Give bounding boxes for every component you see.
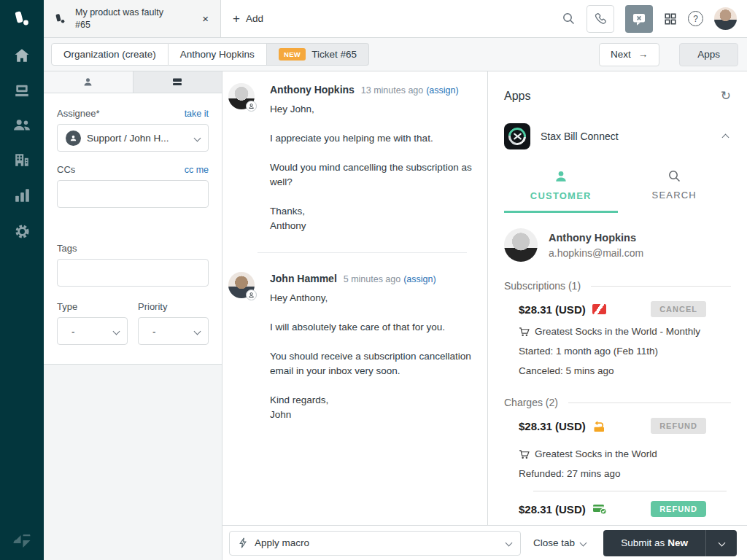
fields-list-icon: [172, 77, 182, 87]
tags-group: Tags: [57, 243, 209, 287]
tab-requester[interactable]: [44, 71, 133, 93]
customers-icon[interactable]: [13, 119, 31, 131]
zendesk-app: My product was faulty #65 × + Add ?: [0, 0, 747, 560]
charge-refunded: Refunded: 27 mins ago: [519, 466, 727, 481]
search-icon[interactable]: [562, 12, 576, 26]
macro-lightning-icon: [239, 537, 247, 548]
ccs-input[interactable]: [57, 180, 209, 208]
subscription-item: $28.31 (USD) CANCEL Greatest Socks in th…: [504, 292, 731, 378]
add-tab-button[interactable]: + Add: [233, 0, 263, 37]
conversation-pane: Anthony Hopkins 13 minutes ago (assign) …: [222, 71, 488, 525]
message-paragraph: Kind regards, John: [270, 393, 474, 422]
priority-label: Priority: [138, 301, 167, 312]
submit-options-caret[interactable]: [706, 530, 737, 556]
apps-grid-icon[interactable]: [664, 12, 677, 26]
arrow-right-icon: →: [638, 49, 649, 60]
ticket-tab-title: My product was faulty #65: [75, 7, 198, 31]
breadcrumb-ticket[interactable]: NEW Ticket #65: [267, 43, 369, 66]
chevron-down-icon: [194, 134, 201, 141]
collapse-app-icon[interactable]: [720, 127, 731, 146]
app-header[interactable]: Stax Bill Connect: [504, 123, 731, 149]
tab-customer[interactable]: CUSTOMER: [504, 169, 618, 213]
tab-search[interactable]: SEARCH: [618, 169, 732, 213]
cancel-button[interactable]: CANCEL: [651, 301, 706, 317]
help-icon[interactable]: ?: [688, 11, 703, 26]
subscription-amount: $28.31 (USD): [519, 303, 586, 316]
tab-ticket-fields[interactable]: [133, 71, 222, 93]
chevron-down-icon: [113, 327, 120, 335]
apps-panel-title: Apps: [504, 90, 530, 103]
charge-amount: $28.31 (USD): [519, 503, 586, 516]
priority-select[interactable]: -: [138, 317, 209, 345]
sidebar: [0, 0, 44, 560]
footer: Apply macro Close tab Submit asNew: [44, 525, 747, 560]
assign-link[interactable]: (assign): [426, 85, 458, 96]
topbar-actions: ?: [562, 0, 747, 37]
avatar: [228, 272, 255, 298]
assignee-avatar: [66, 131, 81, 146]
assignee-label: Assignee*: [57, 108, 100, 119]
assign-link[interactable]: (assign): [403, 274, 436, 284]
ticket-tab[interactable]: My product was faulty #65 ×: [44, 0, 221, 37]
charge-item: $28.31 (USD) REFUND Greatest Socks in th…: [504, 491, 731, 525]
assignee-select[interactable]: Support / John H...: [57, 124, 209, 152]
charge-item: $28.31 (USD) REFUND Greatest Socks in th…: [504, 408, 731, 491]
tags-input[interactable]: [57, 259, 209, 287]
stax-bill-logo: [504, 123, 530, 149]
charges-heading: Charges (2): [504, 397, 731, 408]
apps-toggle-button[interactable]: Apps: [679, 43, 738, 66]
phone-button[interactable]: [587, 5, 614, 33]
type-group: Type -: [57, 301, 128, 345]
ticket-fields-panel: Assignee* take it Support / John H... CC…: [44, 71, 222, 560]
cc-me-link[interactable]: cc me: [185, 165, 209, 175]
customer-avatar: [504, 228, 538, 262]
priority-group: Priority -: [138, 301, 209, 345]
type-select[interactable]: -: [57, 317, 128, 345]
message-header: John Hammel 5 minutes ago (assign): [270, 273, 474, 284]
zendesk-relationship-logo: [12, 534, 32, 551]
customer-email: a.hopkins@mail.com: [549, 247, 643, 259]
message-author[interactable]: Anthony Hopkins: [270, 84, 355, 96]
close-tab-select[interactable]: Close tab: [533, 537, 586, 548]
message-paragraph: Hey Anthony,: [270, 291, 474, 306]
breadcrumb-requester[interactable]: Anthony Hopkins: [169, 43, 267, 66]
next-button[interactable]: Next →: [599, 43, 659, 66]
assignee-group: Assignee* take it Support / John H...: [57, 108, 209, 152]
footer-bar: Apply macro Close tab Submit asNew: [222, 525, 747, 560]
reporting-icon[interactable]: [15, 188, 30, 202]
views-icon[interactable]: [14, 84, 30, 98]
apply-macro-select[interactable]: Apply macro: [229, 531, 521, 556]
topbar: My product was faulty #65 × + Add ?: [44, 0, 747, 38]
avatar: [228, 83, 255, 109]
submit-button[interactable]: Submit asNew: [603, 530, 706, 556]
message-header: Anthony Hopkins 13 minutes ago (assign): [270, 84, 474, 96]
chevron-down-icon: [506, 540, 513, 547]
user-avatar[interactable]: [714, 7, 737, 30]
message-paragraph: Thanks, Anthony: [270, 204, 474, 233]
breadcrumb-organization[interactable]: Organization (create): [51, 43, 169, 66]
plus-icon: +: [233, 12, 240, 26]
footer-left-spacer: [44, 525, 222, 560]
tags-label: Tags: [57, 243, 77, 254]
refund-button-disabled[interactable]: REFUND: [651, 418, 706, 434]
customer-person-icon: [554, 169, 568, 184]
message-divider: [258, 252, 467, 253]
organizations-icon[interactable]: [14, 152, 30, 167]
tab-close-icon[interactable]: ×: [198, 11, 213, 26]
subscription-product: Greatest Socks in the World - Monthly: [535, 324, 700, 339]
message-author[interactable]: John Hammel: [270, 273, 337, 284]
search-icon: [667, 169, 681, 183]
home-icon[interactable]: [14, 48, 30, 63]
take-it-link[interactable]: take it: [185, 109, 209, 119]
chevron-down-icon: [580, 540, 587, 547]
message-paragraph: I appreciate you helping me with that.: [270, 131, 474, 146]
chat-button[interactable]: [625, 5, 653, 33]
refresh-icon[interactable]: ↻: [721, 88, 731, 104]
person-icon: [82, 77, 93, 88]
refund-button[interactable]: REFUND: [651, 501, 706, 517]
message: John Hammel 5 minutes ago (assign) Hey A…: [228, 272, 474, 422]
chevron-down-icon: [194, 327, 201, 335]
admin-gear-icon[interactable]: [14, 223, 31, 240]
type-label: Type: [57, 301, 77, 312]
header-actions: Next → Apps: [599, 43, 738, 66]
